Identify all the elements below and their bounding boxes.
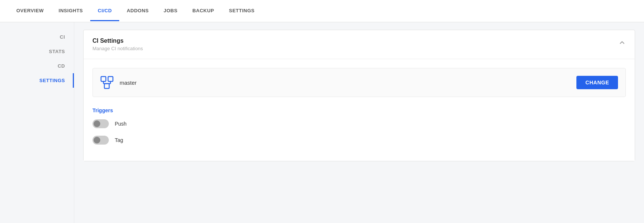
settings-card-title: CI Settings [92,38,143,44]
cicd-icon [100,76,114,89]
sidebar-item-settings[interactable]: SETTINGS [0,73,74,88]
settings-card-subtitle: Manage CI notifications [92,46,143,51]
push-trigger-label: Push [115,121,127,127]
branch-selector-row: master CHANGE [92,68,626,97]
tag-trigger-row: Tag [92,136,626,145]
main-content: CI Settings Manage CI notifications [74,22,644,223]
sidebar-item-stats[interactable]: STATS [0,44,74,59]
push-toggle-thumb [94,120,100,127]
nav-item-overview[interactable]: OVERVIEW [9,1,51,21]
push-toggle-track [92,119,109,128]
collapse-icon[interactable] [618,39,626,46]
nav-item-ci-cd[interactable]: CI/CD [90,1,119,21]
sidebar: CISTATSCDSETTINGS [0,22,74,223]
triggers-label: Triggers [92,107,626,113]
settings-card-header: CI Settings Manage CI notifications [84,30,635,59]
svg-rect-1 [108,77,113,81]
nav-item-addons[interactable]: ADDONS [119,1,156,21]
nav-item-backup[interactable]: BACKUP [185,1,222,21]
push-toggle[interactable] [92,119,109,128]
branch-name: master [120,80,570,86]
nav-item-insights[interactable]: INSIGHTS [51,1,90,21]
ci-settings-card: CI Settings Manage CI notifications [83,30,635,161]
settings-card-body: master CHANGE Triggers Push [84,59,635,161]
top-nav: OVERVIEWINSIGHTSCI/CDADDONSJOBSBACKUPSET… [0,0,644,22]
svg-rect-0 [101,77,106,81]
push-trigger-row: Push [92,119,626,128]
sidebar-item-cd[interactable]: CD [0,59,74,73]
nav-item-jobs[interactable]: JOBS [156,1,185,21]
change-button[interactable]: CHANGE [576,76,618,89]
sidebar-item-ci[interactable]: CI [0,30,74,44]
svg-rect-2 [104,84,109,88]
settings-card-info: CI Settings Manage CI notifications [92,38,143,51]
main-layout: CISTATSCDSETTINGS CI Settings Manage CI … [0,22,644,223]
tag-toggle-thumb [94,137,100,143]
tag-toggle-track [92,136,109,145]
tag-toggle[interactable] [92,136,109,145]
nav-item-settings[interactable]: SETTINGS [222,1,262,21]
tag-trigger-label: Tag [115,137,123,143]
